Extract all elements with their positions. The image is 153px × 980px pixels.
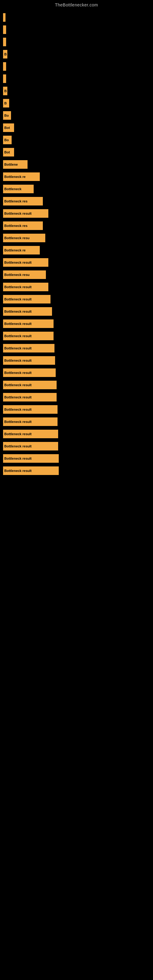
- bar-label: Bottlene: [4, 162, 18, 166]
- bar: Bottleneck result: [3, 381, 57, 389]
- bar-label: Bottleneck res: [4, 199, 27, 203]
- bar: [3, 62, 6, 71]
- bar: Bottleneck result: [3, 344, 54, 353]
- bar-label: Bottleneck result: [4, 212, 32, 215]
- bar-row: [3, 24, 150, 35]
- bar: Bottleneck result: [3, 258, 48, 267]
- bar-label: Bottleneck result: [4, 469, 32, 473]
- bar-row: Bottleneck result: [3, 391, 150, 403]
- bar-row: Bottleneck result: [3, 330, 150, 342]
- bar: Bottleneck result: [3, 442, 58, 450]
- bar: Bottleneck result: [3, 454, 59, 463]
- bar-label: Bottleneck result: [4, 261, 32, 264]
- bar-label: Bottleneck result: [4, 457, 32, 460]
- bar-label: Bottleneck result: [4, 444, 32, 448]
- bar-row: Bottleneck res: [3, 196, 150, 207]
- bar-row: Bottleneck: [3, 183, 150, 195]
- bar-row: [3, 12, 150, 23]
- bar-label: B: [4, 89, 7, 93]
- bar-row: Bottleneck result: [3, 208, 150, 219]
- bar-row: Bottleneck res: [3, 220, 150, 232]
- bar: [3, 75, 6, 83]
- bar-label: Bot: [4, 150, 10, 154]
- bar-label: Bottleneck re: [4, 175, 26, 178]
- bar-row: Bottleneck resu: [3, 269, 150, 280]
- bar-row: B: [3, 48, 150, 60]
- bar: Bottleneck res: [3, 221, 43, 230]
- bar-row: Bottleneck result: [3, 404, 150, 415]
- bar: [3, 25, 6, 34]
- bar: B: [3, 87, 7, 95]
- bar: Bo: [3, 136, 12, 144]
- bar: Bottleneck result: [3, 283, 48, 291]
- bar: Bot: [3, 123, 14, 132]
- bar: Bottleneck result: [3, 295, 51, 304]
- bar-row: B: [3, 85, 150, 97]
- bar: Bottleneck res: [3, 197, 43, 205]
- bar-row: Bottleneck result: [3, 318, 150, 329]
- bar-row: Bottleneck result: [3, 441, 150, 452]
- bar-label: Bottleneck result: [4, 285, 32, 289]
- bar: Bottleneck resu: [3, 270, 46, 279]
- bar-row: Bottleneck result: [3, 453, 150, 464]
- bar-row: Bo: [3, 134, 150, 146]
- bar: [3, 13, 5, 22]
- bar-label: Bottleneck result: [4, 420, 32, 423]
- bar-row: Bottleneck result: [3, 342, 150, 354]
- bar-label: Bo: [4, 114, 9, 117]
- bar: Bottleneck: [3, 185, 33, 193]
- bar: Bot: [3, 148, 14, 156]
- bar-label: B: [4, 101, 7, 105]
- bar-row: Bottleneck result: [3, 257, 150, 268]
- bar-row: [3, 73, 150, 84]
- bar-label: Bottleneck result: [4, 432, 32, 436]
- bar-row: [3, 60, 150, 72]
- bar-row: Bottleneck resu: [3, 232, 150, 244]
- bar: B: [3, 50, 7, 59]
- bar: Bottleneck result: [3, 405, 57, 414]
- bar-label: Bot: [4, 126, 10, 130]
- bar-row: Bot: [3, 122, 150, 134]
- bar-label: Bottleneck result: [4, 383, 32, 387]
- bar-row: Bottleneck re: [3, 244, 150, 256]
- bar-label: Bottleneck: [4, 187, 21, 191]
- bar-label: Bottleneck result: [4, 407, 32, 411]
- bar: Bottleneck result: [3, 209, 48, 218]
- bar: Bottleneck result: [3, 307, 52, 316]
- bar-label: Bottleneck result: [4, 298, 32, 301]
- bar: Bottlene: [3, 160, 27, 169]
- bar-row: Bot: [3, 146, 150, 158]
- bar-label: Bottleneck result: [4, 334, 32, 338]
- bar: Bo: [3, 111, 11, 120]
- bar-label: Bottleneck result: [4, 346, 32, 350]
- bar-row: Bottleneck result: [3, 355, 150, 366]
- bar-row: [3, 36, 150, 48]
- bar: Bottleneck result: [3, 332, 54, 340]
- bar-label: Bottleneck result: [4, 371, 32, 375]
- bar: Bottleneck result: [3, 466, 59, 475]
- bar: B: [3, 99, 9, 108]
- bar-label: Bottleneck result: [4, 310, 32, 313]
- bar-row: Bottleneck result: [3, 305, 150, 317]
- bar: Bottleneck result: [3, 356, 55, 365]
- site-title: TheBottlenecker.com: [0, 0, 153, 9]
- bar-row: Bottleneck result: [3, 379, 150, 391]
- bar: Bottleneck re: [3, 172, 40, 181]
- bars-container: BBBBoBotBoBotBottleneBottleneck reBottle…: [0, 9, 153, 480]
- bar-row: Bottlene: [3, 159, 150, 170]
- bar: Bottleneck result: [3, 393, 57, 401]
- bar-row: Bo: [3, 110, 150, 121]
- bar-row: Bottleneck result: [3, 428, 150, 440]
- bar: Bottleneck resu: [3, 234, 45, 242]
- bar-label: Bottleneck resu: [4, 273, 30, 277]
- bar-label: Bottleneck result: [4, 322, 32, 326]
- bar: Bottleneck result: [3, 417, 57, 426]
- bar-row: Bottleneck result: [3, 367, 150, 379]
- bar-row: Bottleneck result: [3, 281, 150, 293]
- bar-row: Bottleneck result: [3, 293, 150, 305]
- bar-label: Bottleneck res: [4, 224, 27, 228]
- bar-label: Bottleneck result: [4, 359, 32, 362]
- bar-label: Bottleneck re: [4, 248, 26, 252]
- bar-row: B: [3, 97, 150, 109]
- bar-row: Bottleneck re: [3, 171, 150, 183]
